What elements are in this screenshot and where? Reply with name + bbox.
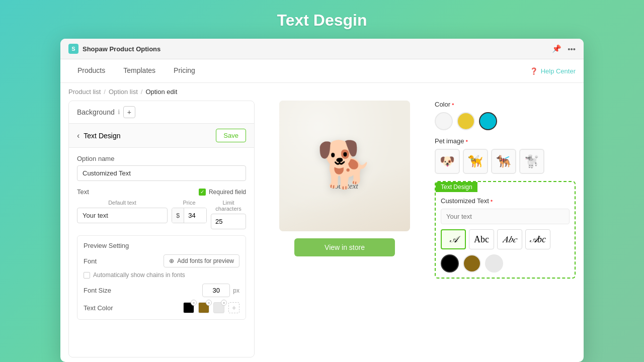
help-icon: ❓ bbox=[530, 67, 538, 75]
color-teal[interactable] bbox=[479, 112, 497, 130]
add-color-button[interactable]: + bbox=[228, 302, 239, 313]
default-text-input[interactable] bbox=[77, 208, 168, 223]
right-color-options bbox=[441, 254, 570, 273]
option-name-label: Option name bbox=[77, 155, 246, 162]
default-text-label: Default text bbox=[77, 200, 168, 206]
color-swatch-brown[interactable]: × bbox=[198, 302, 209, 313]
brand-icon: S bbox=[68, 44, 78, 54]
browser-actions: 📌 ••• bbox=[552, 44, 576, 53]
breadcrumb-option-list[interactable]: Option list bbox=[109, 88, 138, 96]
right-color-black[interactable] bbox=[441, 254, 459, 273]
breadcrumb-sep-1: / bbox=[104, 88, 106, 96]
remove-swatch-3[interactable]: × bbox=[221, 300, 227, 306]
right-color-light[interactable] bbox=[485, 254, 503, 273]
add-background-button[interactable]: + bbox=[123, 106, 135, 118]
back-button[interactable]: ‹ bbox=[77, 131, 79, 140]
font-option-3[interactable]: 𝐴𝑏𝑐 bbox=[497, 229, 522, 249]
pet-image-2[interactable]: 🦮 bbox=[463, 149, 488, 174]
right-color-brown[interactable] bbox=[463, 254, 481, 273]
customized-text-label: Customized Text • bbox=[441, 197, 570, 205]
page-title: Text Desgin bbox=[277, 11, 367, 30]
color-label: Color • bbox=[435, 101, 576, 108]
color-required-dot: • bbox=[452, 101, 454, 108]
pillow-content: 🐕 Your text bbox=[316, 142, 373, 191]
nav-links: Products Templates Pricing bbox=[68, 59, 204, 82]
required-checkbox[interactable]: ✓ bbox=[199, 189, 206, 196]
limit-wrap: Limit characters bbox=[211, 200, 246, 229]
add-fonts-icon: ⊕ bbox=[169, 257, 174, 264]
price-wrap: Price $ bbox=[172, 200, 207, 223]
color-circles bbox=[435, 112, 576, 130]
default-text-wrap: Default text bbox=[77, 200, 168, 223]
required-field-label: Required field bbox=[209, 189, 246, 196]
nav-pricing[interactable]: Pricing bbox=[165, 59, 204, 82]
background-row: Background ℹ + bbox=[69, 101, 254, 124]
pet-image-label: Pet image • bbox=[435, 137, 576, 145]
font-label: Font bbox=[84, 257, 97, 265]
brand-name: Shopaw Product Options bbox=[83, 45, 160, 53]
font-size-label: Font Size bbox=[84, 287, 199, 294]
save-button[interactable]: Save bbox=[216, 129, 246, 142]
breadcrumb-product-list[interactable]: Product list bbox=[68, 88, 101, 96]
help-link[interactable]: ❓ Help Center bbox=[530, 67, 576, 75]
price-label: Price bbox=[172, 200, 207, 206]
color-white[interactable] bbox=[435, 112, 453, 130]
text-label: Text bbox=[77, 188, 89, 196]
browser-brand: S Shopaw Product Options bbox=[68, 44, 160, 54]
dog-image: 🐕 bbox=[316, 142, 373, 187]
panel-header: ‹ Text Design Save bbox=[69, 124, 254, 148]
font-option-1[interactable]: 𝒜 bbox=[441, 229, 466, 249]
color-yellow[interactable] bbox=[457, 112, 475, 130]
color-swatch-light[interactable]: × bbox=[213, 302, 224, 313]
product-image: 🐕 Your text bbox=[279, 101, 410, 231]
add-fonts-button[interactable]: ⊕ Add fonts for preview bbox=[164, 254, 239, 267]
text-color-row: Text Color × × × + bbox=[84, 302, 239, 313]
panel-body: Option name Text ✓ Required field Defaul… bbox=[69, 148, 254, 327]
limit-input[interactable] bbox=[211, 214, 246, 229]
background-label-text: Background bbox=[77, 108, 115, 116]
middle-panel: 🐕 Your text View in store bbox=[255, 101, 435, 357]
option-name-input[interactable] bbox=[77, 165, 246, 181]
font-options: 𝒜 Abc 𝐴𝑏𝑐 𝒜bc bbox=[441, 229, 570, 249]
pillow-bg: 🐕 Your text bbox=[279, 101, 410, 231]
font-option-4[interactable]: 𝒜bc bbox=[525, 229, 550, 249]
text-fields-row: Default text Price $ Limit characters bbox=[77, 200, 246, 229]
nav-templates[interactable]: Templates bbox=[114, 59, 165, 82]
preview-setting-label: Preview Setting bbox=[84, 242, 239, 249]
nav-bar: Products Templates Pricing ❓ Help Center bbox=[60, 59, 584, 83]
more-icon[interactable]: ••• bbox=[568, 45, 576, 53]
nav-products[interactable]: Products bbox=[68, 59, 114, 82]
view-in-store-button[interactable]: View in store bbox=[294, 238, 395, 256]
auto-show-checkbox[interactable] bbox=[84, 272, 90, 279]
breadcrumb-option-edit: Option edit bbox=[145, 88, 177, 96]
remove-swatch-1[interactable]: × bbox=[191, 300, 197, 306]
font-size-input[interactable] bbox=[202, 284, 230, 297]
pet-image-section: Pet image • 🐶 🦮 🐕‍🦺 🐩 bbox=[435, 137, 576, 174]
breadcrumb-sep-2: / bbox=[141, 88, 143, 96]
color-section: Color • bbox=[435, 101, 576, 130]
browser-window: S Shopaw Product Options 📌 ••• Products … bbox=[60, 39, 584, 362]
pet-image-1[interactable]: 🐶 bbox=[435, 149, 460, 174]
section-title-text: Text Design bbox=[84, 132, 120, 140]
limit-label: Limit characters bbox=[211, 200, 246, 212]
pet-image-3[interactable]: 🐕‍🦺 bbox=[491, 149, 516, 174]
color-swatch-black[interactable]: × bbox=[183, 302, 194, 313]
browser-chrome: S Shopaw Product Options 📌 ••• bbox=[60, 39, 584, 59]
font-option-2[interactable]: Abc bbox=[469, 229, 494, 249]
product-placeholder: 🐕 Your text bbox=[279, 101, 410, 231]
your-text-input[interactable] bbox=[441, 209, 570, 224]
remove-swatch-2[interactable]: × bbox=[206, 300, 212, 306]
left-panel: Background ℹ + ‹ Text Design Save Option… bbox=[68, 101, 255, 357]
right-panel: Color • Pet image • 🐶 🦮 🐕‍🦺 bbox=[435, 101, 576, 357]
auto-show-row: Automatically show chains in fonts bbox=[84, 272, 239, 279]
price-input[interactable] bbox=[184, 208, 206, 223]
text-design-content: Customized Text • 𝒜 Abc 𝐴𝑏𝑐 𝒜bc bbox=[436, 192, 575, 278]
pet-image-4[interactable]: 🐩 bbox=[519, 149, 544, 174]
auto-show-label: Automatically show chains in fonts bbox=[93, 272, 185, 279]
price-input-group: $ bbox=[172, 208, 207, 223]
main-content: Background ℹ + ‹ Text Design Save Option… bbox=[60, 101, 584, 362]
pin-icon[interactable]: 📌 bbox=[552, 44, 561, 53]
customized-required-dot: • bbox=[491, 197, 493, 205]
pet-required-dot: • bbox=[466, 137, 468, 145]
currency-prefix: $ bbox=[172, 208, 184, 223]
